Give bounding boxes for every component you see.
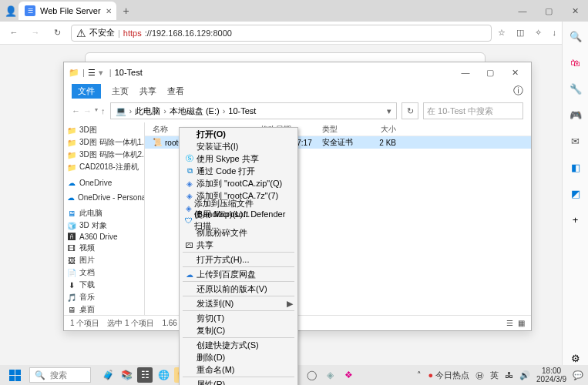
tab-home[interactable]: 主页 xyxy=(112,85,129,97)
tb-app-icon[interactable]: ☷ xyxy=(137,367,153,383)
path-seg-2[interactable]: 本地磁盘 (E:) xyxy=(170,105,220,117)
nav-downloads[interactable]: ⬇下载 xyxy=(64,279,144,291)
tray-network-icon[interactable]: 🖧 xyxy=(505,370,513,380)
ctx-open[interactable]: 打开(O) xyxy=(180,128,297,140)
sb-search-icon[interactable]: 🔍 xyxy=(569,29,583,43)
tab-share[interactable]: 共享 xyxy=(139,85,156,97)
tray-clock[interactable]: 18:00 2024/3/9 xyxy=(536,367,566,383)
file-type: 安全证书 xyxy=(322,137,376,148)
ctx-code[interactable]: ⧉通过 Code 打开 xyxy=(180,165,297,177)
nav-3dobjects[interactable]: 🧊3D 对象 xyxy=(64,219,144,232)
path-back-icon[interactable]: ← xyxy=(72,106,80,116)
nav-back-button[interactable]: ← xyxy=(6,28,22,38)
nav-forward-button[interactable]: → xyxy=(28,28,43,38)
nav-a360[interactable]: 🅰A360 Drive xyxy=(64,232,144,242)
new-tab-button[interactable]: + xyxy=(118,5,135,17)
ctx-shortcut[interactable]: 创建快捷方式(S) xyxy=(180,339,297,351)
ctx-copy[interactable]: 复制(C) xyxy=(180,324,297,336)
sb-game-icon[interactable]: 🎮 xyxy=(569,108,583,122)
ctx-rename[interactable]: 重命名(M) xyxy=(180,363,297,376)
view-details-icon[interactable]: ☰ xyxy=(506,319,513,327)
titlebar-tool-icon[interactable]: ☰ xyxy=(88,68,96,78)
url-input[interactable]: ⚠ 不安全 | https://192.168.16.129:8000 xyxy=(71,25,492,42)
nav-thispc[interactable]: 🖥此电脑 xyxy=(64,207,144,219)
ctx-share[interactable]: ⮹共享 xyxy=(180,239,297,251)
ctx-cut[interactable]: 剪切(T) xyxy=(180,312,297,324)
tab-close-icon[interactable]: ✕ xyxy=(106,7,112,15)
path-seg-3[interactable]: 10-Test xyxy=(228,106,256,116)
ctx-delete[interactable]: 删除(D) xyxy=(180,351,297,363)
ribbon-help-icon[interactable]: ⓘ xyxy=(513,84,523,98)
path-seg-1[interactable]: 此电脑 xyxy=(135,105,160,117)
ctx-sendto[interactable]: 发送到(N)▶ xyxy=(180,297,297,310)
ctx-restore[interactable]: 还原以前的版本(V) xyxy=(180,283,297,295)
tab-view[interactable]: 查看 xyxy=(167,85,184,97)
path-up-icon[interactable]: ↑ xyxy=(101,106,106,116)
star-icon[interactable]: ☆ xyxy=(498,28,506,38)
nav-documents[interactable]: 📄文档 xyxy=(64,266,144,279)
security-label: 不安全 xyxy=(89,27,115,38)
extensions-icon[interactable]: ↓ xyxy=(553,28,557,38)
sb-plus-icon[interactable]: + xyxy=(569,213,583,226)
col-size[interactable]: 大小 xyxy=(376,124,407,135)
tray-ime2[interactable]: 英 xyxy=(490,370,499,381)
path-refresh-button[interactable]: ↻ xyxy=(402,102,418,119)
tray-volume-icon[interactable]: 🔊 xyxy=(519,370,530,380)
path-fwd-icon[interactable]: → xyxy=(83,106,92,116)
nav-folder[interactable]: 📁3D图 码除一体机1.0 xyxy=(64,136,144,149)
ctx-skype[interactable]: Ⓢ使用 Skype 共享 xyxy=(180,152,297,165)
path-box[interactable]: 💻 › 此电脑 › 本地磁盘 (E:) › 10-Test ▾ xyxy=(110,102,398,119)
view-tiles-icon[interactable]: ▦ xyxy=(518,319,525,327)
nav-folder[interactable]: 📁CAD2018-注册机 xyxy=(64,161,144,173)
reading-icon[interactable]: ◫ xyxy=(516,28,524,38)
tb-app-icon[interactable]: 📚 xyxy=(119,367,134,383)
nav-folder[interactable]: 📁3D图 xyxy=(64,124,144,136)
ctx-defender[interactable]: 🛡使用 Microsoft Defender扫描... xyxy=(180,214,297,226)
tb-edge-icon[interactable]: 🌐 xyxy=(156,367,171,383)
sb-shop-icon[interactable]: 🛍 xyxy=(569,55,583,69)
tb-browser-icon[interactable]: ◯ xyxy=(304,367,319,383)
profile-icon[interactable]: 👤 xyxy=(5,5,17,17)
nav-onedrive[interactable]: ☁OneDrive xyxy=(64,178,144,188)
tray-notifications-icon[interactable]: 💬 xyxy=(573,370,583,380)
col-type[interactable]: 类型 xyxy=(322,124,376,135)
collections-icon[interactable]: ✧ xyxy=(535,28,542,38)
tab-file[interactable]: 文件 xyxy=(72,84,101,99)
nav-pictures[interactable]: 🖼图片 xyxy=(64,254,144,266)
tray-news[interactable]: ●今日热点 xyxy=(428,370,469,381)
sb-tool-icon[interactable]: 🔧 xyxy=(569,82,583,95)
window-min-button[interactable]: — xyxy=(509,0,536,22)
sb-office-icon[interactable]: ◧ xyxy=(569,160,583,174)
window-max-button[interactable]: ▢ xyxy=(536,0,562,22)
explorer-search-input[interactable]: 在 10-Test 中搜索 xyxy=(423,102,523,119)
path-hist-icon[interactable]: ▾ xyxy=(95,106,98,116)
ctx-openwith[interactable]: 打开方式(H)... xyxy=(180,253,297,266)
tray-ime1[interactable]: ㉥ xyxy=(475,370,484,381)
sb-inbox-icon[interactable]: ✉ xyxy=(569,134,583,148)
tb-app-icon[interactable]: ◈ xyxy=(322,367,338,383)
sb-outlook-icon[interactable]: ◩ xyxy=(569,186,583,200)
ctx-addzip[interactable]: ◈添加到 "rootCA.zip"(Q) xyxy=(180,177,297,189)
nav-desktop[interactable]: 🖥桌面 xyxy=(64,303,144,315)
tb-app-icon[interactable]: 🧳 xyxy=(100,367,116,383)
nav-videos[interactable]: 🎞视频 xyxy=(64,242,144,254)
tb-app-icon[interactable]: ❖ xyxy=(341,367,356,383)
nav-onedrive-personal[interactable]: ☁OneDrive - Personal xyxy=(64,192,144,203)
ctx-baidu[interactable]: ☁上传到百度网盘 xyxy=(180,268,297,280)
nav-folder[interactable]: 📁3D图 码除一体机2.0 xyxy=(64,149,144,161)
window-close-button[interactable]: ✕ xyxy=(562,0,588,22)
edge-sidebar: 🔍 🛍 🔧 🎮 ✉ ◧ ◩ + ⚙ xyxy=(562,22,588,365)
nav-refresh-button[interactable]: ↻ xyxy=(49,28,65,38)
sb-settings-icon[interactable]: ⚙ xyxy=(569,351,583,365)
explorer-max-button[interactable]: ▢ xyxy=(479,68,502,78)
explorer-min-button[interactable]: — xyxy=(454,68,477,78)
browser-tab[interactable]: ☰ Web File Server ✕ xyxy=(18,2,116,20)
taskbar-search[interactable]: 🔍 搜索 xyxy=(29,367,91,383)
ctx-properties[interactable]: 属性(R) xyxy=(180,378,297,385)
start-button[interactable] xyxy=(5,370,25,381)
ctx-install-cert[interactable]: 安装证书(I) xyxy=(180,140,297,152)
explorer-titlebar[interactable]: 📁 | ☰ ▾ | 10-Test — ▢ ✕ xyxy=(64,62,531,82)
explorer-close-button[interactable]: ✕ xyxy=(503,68,526,78)
nav-music[interactable]: 🎵音乐 xyxy=(64,291,144,303)
tray-expand-icon[interactable]: ˄ xyxy=(417,370,422,380)
